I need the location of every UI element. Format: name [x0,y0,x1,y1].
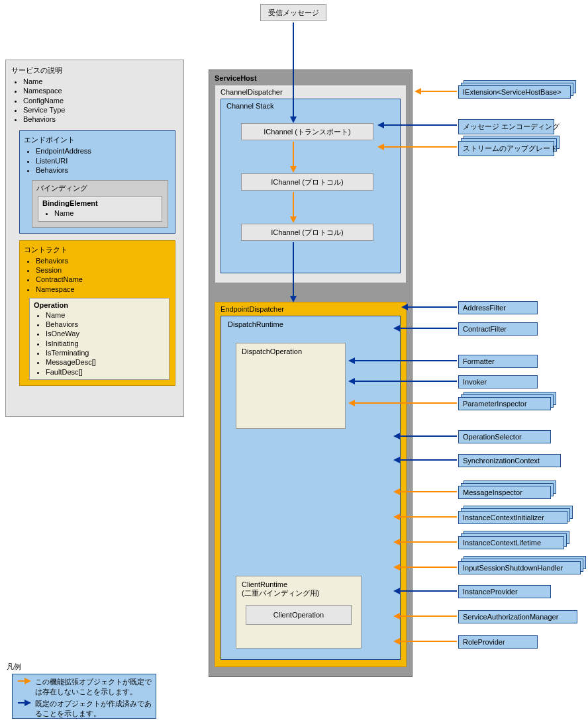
ext-label: RoleProvider [463,638,505,646]
incoming-message-label: 受信メッセージ [268,9,319,17]
ext-input-session-shutdown: InputSessionShutdownHandler [458,561,581,574]
legend-blue-text: 既定のオブジェクトが作成済みであることを示します。 [35,699,152,719]
ext-label: InstanceContextLifetime [463,539,541,547]
op-item: IsTerminating [46,348,165,357]
ext-instance-provider: InstanceProvider [458,585,551,598]
arrow-blue-icon [17,699,32,707]
dispatch-operation-title: DispatchOperation [242,347,302,355]
contract-item: Behaviors [36,256,171,265]
ext-label: MessageInspector [463,488,522,496]
service-description-title: サービスの説明 [11,66,178,75]
ext-label: AddressFilter [463,304,506,312]
endpoint-item: Behaviors [36,165,171,175]
servicehost-container: ServiceHost ChannelDispatcher Channel St… [209,69,413,677]
contract-box: コントラクト Behaviors Session ContractName Na… [19,240,175,386]
client-operation-label: ClientOperation [273,611,324,619]
endpoint-item: ListenURI [36,156,171,165]
channel-layer-protocol-2: IChannel (プロトコル) [241,224,373,241]
ext-address-filter: AddressFilter [458,301,538,314]
dispatch-operation-box: DispatchOperation [236,343,346,429]
op-item: Name [46,310,165,320]
ext-label: SynchronizationContext [463,457,540,465]
binding-element-title: BindingElement [42,199,158,207]
ext-contract-filter: ContractFilter [458,322,538,336]
ext-label: Formatter [463,357,495,365]
dispatch-runtime-title: DispatchRuntime [228,320,393,328]
ext-label: Invoker [463,378,487,386]
ext-formatter: Formatter [458,355,538,368]
op-item: IsInitiating [46,339,165,348]
op-item: IsOneWay [46,329,165,338]
endpoint-title: エンドポイント [24,135,171,145]
svc-item: Service Type [23,105,178,114]
ext-invoker: Invoker [458,375,538,388]
ext-operation-selector: OperationSelector [458,430,551,443]
contract-title: コントラクト [24,245,171,255]
legend-row-blue: 既定のオブジェクトが作成済みであることを示します。 [17,699,152,719]
ext-label: OperationSelector [463,433,522,441]
channel-dispatcher-box: ChannelDispatcher Channel Stack IChannel… [215,85,407,283]
ext-label: メッセージ エンコーディング [463,122,560,130]
ext-label: InstanceContextInitializer [463,514,544,522]
ext-iextension: IExtension<ServiceHostBase> [458,85,571,99]
channel-layer-label: IChannel (プロトコル) [271,178,343,186]
ext-msg-encoding: メッセージ エンコーディング [458,119,554,134]
channel-stack-title: Channel Stack [226,102,395,110]
channel-layer-protocol-1: IChannel (プロトコル) [241,173,373,191]
binding-element-list: Name [42,208,158,218]
endpoint-dispatcher-title: EndpointDispatcher [220,305,401,313]
legend-orange-text: この機能拡張オブジェクトが既定では存在しないことを示します。 [35,677,152,697]
legend-box: この機能拡張オブジェクトが既定では存在しないことを示します。 既定のオブジェクト… [12,674,156,719]
incoming-message-box: 受信メッセージ [260,4,326,21]
arrow-orange-icon [17,677,32,685]
svc-item: ConfigName [23,96,178,105]
client-runtime-subtitle: (二重バインディング用) [242,588,356,598]
svc-item: Name [23,77,178,86]
binding-element-item: Name [54,208,158,218]
endpoint-dispatcher-box: EndpointDispatcher DispatchRuntime Dispa… [215,302,407,667]
ext-ictx-lifetime: InstanceContextLifetime [458,536,564,549]
operation-title: Operation [34,301,165,309]
ext-param-inspector: ParameterInspector [458,397,551,410]
contract-list: Behaviors Session ContractName Namespace [24,256,171,294]
channel-stack-box: Channel Stack IChannel (トランスポート) IChanne… [220,99,401,273]
channel-layer-label: IChannel (プロトコル) [271,228,343,236]
ext-stream-upgrade: ストリームのアップグレード [458,141,554,156]
contract-item: Session [36,265,171,275]
contract-item: Namespace [36,285,171,294]
servicehost-title: ServiceHost [215,74,407,82]
ext-label: ParameterInspector [463,400,527,408]
operation-box: Operation Name Behaviors IsOneWay IsInit… [29,298,170,380]
operation-list: Name Behaviors IsOneWay IsInitiating IsT… [34,310,165,377]
ext-label: ContractFilter [463,325,507,333]
ext-label: InputSessionShutdownHandler [463,564,563,572]
ext-role-provider: RoleProvider [458,635,538,649]
channel-layer-transport: IChannel (トランスポート) [241,123,373,140]
svc-item: Behaviors [23,114,178,124]
svc-item: Namespace [23,86,178,95]
endpoint-box: エンドポイント EndpointAddress ListenURI Behavi… [19,130,175,233]
service-description-list: Name Namespace ConfigName Service Type B… [11,77,178,124]
ext-svc-auth-mgr: ServiceAuthorizationManager [458,610,577,623]
endpoint-list: EndpointAddress ListenURI Behaviors [24,146,171,175]
client-runtime-title: ClientRuntime [242,580,356,588]
ext-label: InstanceProvider [463,588,518,596]
binding-box: バインディング BindingElement Name [32,180,168,227]
dispatch-runtime-box: DispatchRuntime DispatchOperation Client… [220,316,401,660]
client-operation-box: ClientOperation [246,605,352,625]
ext-sync-context: SynchronizationContext [458,454,561,467]
ext-label: IExtension<ServiceHostBase> [463,88,562,96]
ext-label: ServiceAuthorizationManager [463,613,558,621]
legend-row-orange: この機能拡張オブジェクトが既定では存在しないことを示します。 [17,677,152,697]
binding-title: バインディング [36,183,164,193]
op-item: FaultDesc[] [46,367,165,377]
channel-layer-label: IChannel (トランスポート) [264,128,350,136]
ext-ictx-initializer: InstanceContextInitializer [458,511,567,524]
op-item: Behaviors [46,320,165,329]
legend-title: 凡例 [7,662,21,672]
client-runtime-box: ClientRuntime (二重バインディング用) ClientOperati… [236,576,362,649]
service-description-panel: サービスの説明 Name Namespace ConfigName Servic… [5,60,184,417]
contract-item: ContractName [36,275,171,284]
binding-element-box: BindingElement Name [38,196,162,221]
op-item: MessageDesc[] [46,357,165,367]
